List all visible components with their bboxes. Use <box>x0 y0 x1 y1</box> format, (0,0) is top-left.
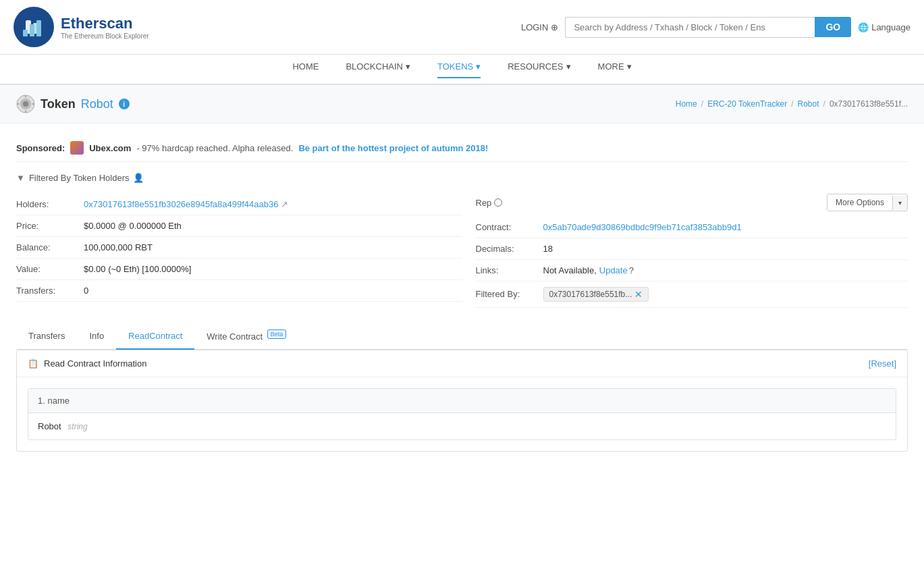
token-name: Robot <box>81 97 113 111</box>
breadcrumb-token[interactable]: Robot <box>798 99 819 109</box>
sponsored-label: Sponsored: <box>16 143 65 153</box>
value-value: $0.00 (~0 Eth) [100.0000%] <box>84 264 191 274</box>
svg-rect-13 <box>32 103 34 105</box>
tab-writecontract[interactable]: Write Contract Beta <box>194 324 298 350</box>
svg-rect-12 <box>17 103 20 105</box>
contract-panel: 📋 Read Contract Information [Reset] 1. n… <box>16 350 908 452</box>
decimals-value: 18 <box>543 244 553 254</box>
cursor-icon: ↗ <box>281 199 288 209</box>
more-options-button[interactable]: More Options ▾ <box>827 194 908 211</box>
person-icon: 👤 <box>133 173 144 183</box>
transfers-value: 0 <box>84 286 88 296</box>
breadcrumb: Home / ERC-20 TokenTracker / Robot / 0x7… <box>676 99 908 109</box>
filter-bar-label: Filtered By Token Holders <box>29 173 130 183</box>
reset-link[interactable]: [Reset] <box>869 358 896 369</box>
sponsored-link[interactable]: Be part of the hottest project of autumn… <box>298 143 488 153</box>
rep-circle-icon <box>494 198 502 207</box>
page-title-area: Token Robot i <box>16 95 130 113</box>
ubex-icon <box>70 141 84 155</box>
login-button[interactable]: LOGIN ⊕ <box>521 22 558 32</box>
filtered-by-row: Filtered By: 0x73017613f8e551fb... ✕ <box>476 282 908 308</box>
contract-item-name: name <box>47 396 70 406</box>
svg-rect-4 <box>23 30 28 36</box>
nav-blockchain[interactable]: BLOCKCHAIN ▾ <box>346 61 410 77</box>
rep-label: Rep <box>476 198 503 208</box>
blockchain-chevron-icon: ▾ <box>406 61 410 72</box>
resources-chevron-icon: ▾ <box>566 61 571 72</box>
rep-header: Rep More Options ▾ <box>476 194 908 211</box>
contract-item-value: Robot <box>38 421 61 431</box>
transfers-label: Transfers: <box>16 286 84 296</box>
language-button[interactable]: 🌐 Language <box>858 22 911 32</box>
nav-tokens[interactable]: TOKENS ▾ <box>437 61 481 78</box>
breadcrumb-sep-3: / <box>823 99 825 109</box>
content-area: Sponsored: Ubex.com - 97% hardcap reache… <box>0 124 924 462</box>
more-chevron-icon: ▾ <box>627 61 632 72</box>
nav-home[interactable]: HOME <box>292 61 319 77</box>
holders-value[interactable]: 0x73017613f8e551fb3026e8945fa8a499f44aab… <box>84 199 278 209</box>
links-update[interactable]: Update <box>599 265 628 275</box>
breadcrumb-sep-1: / <box>701 99 703 109</box>
info-left: Holders: 0x73017613f8e551fb3026e8945fa8a… <box>16 191 462 311</box>
contract-item-body: Robot string <box>28 413 896 439</box>
price-value: $0.0000 @ 0.000000 Eth <box>84 221 182 231</box>
login-icon: ⊕ <box>551 22 558 32</box>
price-label: Price: <box>16 221 84 231</box>
transfers-row: Transfers: 0 <box>16 280 462 302</box>
links-label: Links: <box>476 265 543 275</box>
breadcrumb-address: 0x73017613f8e551f... <box>830 99 908 109</box>
nav-more[interactable]: MORE ▾ <box>598 61 632 77</box>
filtered-by-tag: 0x73017613f8e551fb... ✕ <box>543 287 649 302</box>
logo-subtitle: The Ethereum Block Explorer <box>61 32 149 40</box>
info-grid: Holders: 0x73017613f8e551fb3026e8945fa8a… <box>16 191 908 311</box>
svg-rect-5 <box>30 24 34 36</box>
contract-row: Contract: 0x5ab70ade9d30869bdbdc9f9eb71c… <box>476 217 908 238</box>
ubex-site[interactable]: Ubex.com <box>89 143 131 153</box>
holders-row: Holders: 0x73017613f8e551fb3026e8945fa8a… <box>16 194 462 215</box>
token-info-icon[interactable]: i <box>119 99 130 109</box>
breadcrumb-home[interactable]: Home <box>676 99 697 109</box>
tab-info[interactable]: Info <box>77 324 116 350</box>
contract-item-number: 1. <box>38 396 45 406</box>
svg-point-9 <box>23 101 28 107</box>
search-bar: GO <box>565 17 851 38</box>
breadcrumb-sep-2: / <box>791 99 793 109</box>
filtered-by-tag-value: 0x73017613f8e551fb... <box>549 290 632 299</box>
info-right: Rep More Options ▾ Contract: 0x5ab70ade9… <box>462 191 908 311</box>
decimals-label: Decimals: <box>476 244 543 254</box>
token-label: Token <box>40 97 76 111</box>
contract-value[interactable]: 0x5ab70ade9d30869bdbdc9f9eb71caf3853abb9… <box>543 222 742 232</box>
contract-item-type: string <box>67 422 87 431</box>
contract-panel-header: 📋 Read Contract Information [Reset] <box>17 350 907 377</box>
main-nav: HOME BLOCKCHAIN ▾ TOKENS ▾ RESOURCES ▾ M… <box>0 55 924 85</box>
nav-resources[interactable]: RESOURCES ▾ <box>508 61 570 77</box>
links-not-available: Not Available, <box>543 265 597 275</box>
sponsored-bar: Sponsored: Ubex.com - 97% hardcap reache… <box>16 134 908 162</box>
svg-rect-10 <box>25 95 26 98</box>
language-label: Language <box>871 22 911 32</box>
tab-transfers[interactable]: Transfers <box>16 324 77 350</box>
more-options-arrow-icon: ▾ <box>892 196 907 210</box>
filtered-by-close-icon[interactable]: ✕ <box>634 289 643 300</box>
tokens-chevron-icon: ▾ <box>476 61 481 72</box>
header-right: LOGIN ⊕ GO 🌐 Language <box>521 17 911 38</box>
filter-bar: ▼ Filtered By Token Holders 👤 <box>16 173 908 183</box>
tabs-area: Transfers Info ReadContract Write Contra… <box>16 324 908 350</box>
top-header: Etherscan The Ethereum Block Explorer LO… <box>0 0 924 55</box>
book-icon: 📋 <box>28 358 38 369</box>
breadcrumb-area: Token Robot i Home / ERC-20 TokenTracker… <box>0 85 924 124</box>
svg-rect-11 <box>25 110 26 113</box>
token-icon <box>16 95 35 113</box>
tab-readcontract[interactable]: ReadContract <box>116 324 194 350</box>
search-input[interactable] <box>565 17 815 38</box>
contract-panel-title-text: Read Contract Information <box>44 358 146 369</box>
search-go-button[interactable]: GO <box>815 17 851 37</box>
value-row: Value: $0.00 (~0 Eth) [100.0000%] <box>16 259 462 280</box>
filter-icon: ▼ <box>16 173 25 183</box>
sponsored-text: - 97% hardcap reached. Alpha released. <box>136 143 293 153</box>
globe-icon: 🌐 <box>858 22 869 32</box>
logo-title: Etherscan <box>61 15 149 32</box>
contract-item-header: 1. name <box>28 389 896 413</box>
contract-label: Contract: <box>476 222 543 232</box>
breadcrumb-tracker[interactable]: ERC-20 TokenTracker <box>707 99 787 109</box>
